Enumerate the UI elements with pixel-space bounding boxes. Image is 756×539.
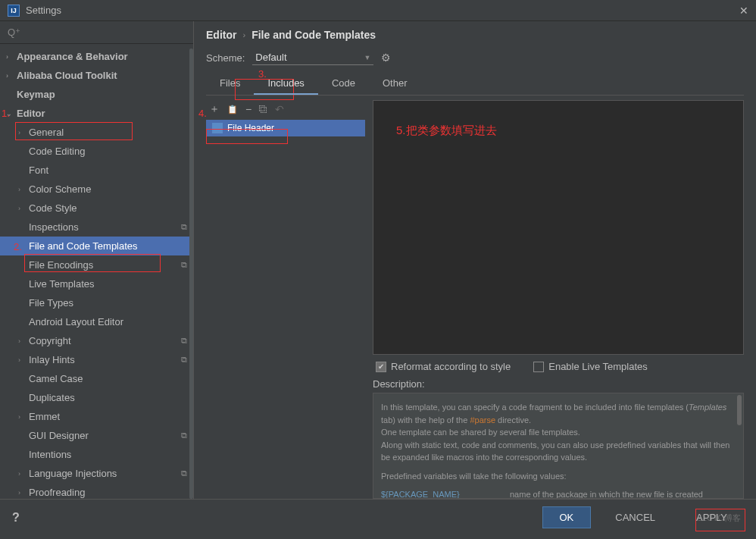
sidebar-item-label: Live Templates <box>29 278 94 290</box>
tree-arrow-icon: › <box>18 186 29 193</box>
remove-icon[interactable]: − <box>245 103 251 115</box>
sidebar-item-live-templates[interactable]: Live Templates <box>0 274 193 293</box>
live-label: Enable Live Templates <box>548 361 648 372</box>
sidebar-item-appearance-behavior[interactable]: ›Appearance & Behavior <box>0 47 193 66</box>
sidebar-item-editor[interactable]: ⌄Editor <box>0 104 193 123</box>
sidebar-item-label: GUI Designer <box>29 430 89 441</box>
sidebar-item-label: Intentions <box>29 449 71 460</box>
sidebar-item-copyright[interactable]: ›Copyright⧉ <box>0 331 193 350</box>
sidebar-item-proofreading[interactable]: ›Proofreading <box>0 483 193 499</box>
template-list[interactable]: File Header <box>206 120 365 499</box>
sidebar-item-camel-case[interactable]: Camel Case <box>0 369 193 388</box>
search-row: Q⁺ <box>0 21 193 44</box>
sidebar: Q⁺ ›Appearance & Behavior›Alibaba Cloud … <box>0 21 194 499</box>
sidebar-item-label: Alibaba Cloud Toolkit <box>17 70 117 81</box>
tree-arrow-icon: › <box>6 72 17 80</box>
sidebar-item-language-injections[interactable]: ›Language Injections⧉ <box>0 464 193 483</box>
template-editor[interactable]: 5.把类参数填写进去 <box>373 100 744 355</box>
scheme-select[interactable]: Default ▼ <box>252 50 373 65</box>
tree-arrow-icon: › <box>18 356 29 364</box>
sidebar-item-label: General <box>29 127 64 138</box>
desc-scrollbar[interactable] <box>737 395 742 497</box>
tab-includes[interactable]: Includes <box>254 73 317 95</box>
sidebar-item-label: Code Editing <box>29 146 85 157</box>
project-scope-icon: ⧉ <box>181 336 187 346</box>
ok-button[interactable]: OK <box>542 506 592 528</box>
sidebar-item-alibaba-cloud-toolkit[interactable]: ›Alibaba Cloud Toolkit <box>0 66 193 85</box>
checkbox-checked-icon <box>376 362 386 372</box>
undo-icon[interactable]: ↶ <box>275 103 284 115</box>
sidebar-item-file-encodings[interactable]: File Encodings⧉ <box>0 255 193 274</box>
sidebar-item-label: Inlay Hints <box>29 354 75 365</box>
sidebar-item-file-and-code-templates[interactable]: File and Code Templates <box>0 237 193 255</box>
sidebar-item-code-editing[interactable]: Code Editing <box>0 142 193 161</box>
editor-panel: 5.把类参数填写进去 Reformat according to style E… <box>373 100 744 499</box>
description-box: In this template, you can specify a code… <box>373 393 744 499</box>
sidebar-item-label: Keymap <box>17 89 55 100</box>
titlebar: IJ Settings ✕ <box>0 0 756 21</box>
reformat-check[interactable]: Reformat according to style <box>376 361 511 372</box>
close-icon[interactable]: ✕ <box>739 5 748 17</box>
breadcrumb-root[interactable]: Editor <box>206 29 236 41</box>
copy-icon[interactable]: ⿻ <box>259 105 267 114</box>
help-icon[interactable]: ? <box>12 511 20 525</box>
sidebar-item-inlay-hints[interactable]: ›Inlay Hints⧉ <box>0 350 193 369</box>
sidebar-item-label: File Types <box>29 297 73 309</box>
cancel-button[interactable]: CANCEL <box>598 507 672 528</box>
sidebar-item-code-style[interactable]: ›Code Style <box>0 199 193 218</box>
sidebar-item-label: File Encodings <box>29 259 93 271</box>
add-copy-icon[interactable]: 📋 <box>227 105 238 114</box>
sidebar-item-inspections[interactable]: Inspections⧉ <box>0 218 193 237</box>
scheme-row: Scheme: Default ▼ ⚙ <box>206 50 744 65</box>
reformat-label: Reformat according to style <box>391 361 511 372</box>
search-icon[interactable]: Q⁺ <box>8 27 20 38</box>
sidebar-item-gui-designer[interactable]: GUI Designer⧉ <box>0 426 193 445</box>
sidebar-item-file-types[interactable]: File Types <box>0 293 193 312</box>
sidebar-item-label: Android Layout Editor <box>29 316 123 327</box>
settings-tree[interactable]: ›Appearance & Behavior›Alibaba Cloud Too… <box>0 44 193 499</box>
sidebar-item-keymap[interactable]: Keymap <box>0 85 193 104</box>
sidebar-item-label: Emmet <box>29 411 60 422</box>
chevron-down-icon: ▼ <box>364 54 370 61</box>
tree-arrow-icon: ⌄ <box>6 110 17 118</box>
watermark: 51CTO博客 <box>698 512 741 524</box>
annotation-5: 5.把类参数填写进去 <box>396 124 497 138</box>
tree-arrow-icon: › <box>6 53 17 61</box>
sidebar-item-label: Duplicates <box>29 392 75 403</box>
tab-files[interactable]: Files <box>206 73 254 95</box>
sidebar-item-emmet[interactable]: ›Emmet <box>0 407 193 426</box>
sidebar-item-color-scheme[interactable]: ›Color Scheme <box>0 180 193 199</box>
sidebar-item-label: Code Style <box>29 202 77 214</box>
sidebar-item-label: Editor <box>17 108 45 119</box>
tab-code[interactable]: Code <box>318 73 369 95</box>
sidebar-item-font[interactable]: Font <box>0 161 193 180</box>
sidebar-item-label: Appearance & Behavior <box>17 51 128 62</box>
add-icon[interactable]: ＋ <box>209 102 220 116</box>
checkbox-icon <box>533 362 544 372</box>
project-scope-icon: ⧉ <box>181 468 187 478</box>
template-item-label: File Header <box>227 123 274 133</box>
scheme-label: Scheme: <box>206 52 245 64</box>
gear-icon[interactable]: ⚙ <box>381 52 391 64</box>
sidebar-item-general[interactable]: ›General <box>0 123 193 142</box>
tree-arrow-icon: › <box>18 129 29 136</box>
sidebar-item-duplicates[interactable]: Duplicates <box>0 388 193 407</box>
sidebar-item-label: Font <box>29 165 48 176</box>
sidebar-item-android-layout-editor[interactable]: Android Layout Editor <box>0 312 193 331</box>
live-templates-check[interactable]: Enable Live Templates <box>533 361 648 372</box>
template-item-file-header[interactable]: File Header <box>206 120 365 136</box>
tabs: FilesIncludesCodeOther <box>206 73 744 96</box>
tree-arrow-icon: › <box>18 205 29 212</box>
breadcrumb: Editor › File and Code Templates <box>206 29 744 41</box>
project-scope-icon: ⧉ <box>181 260 187 270</box>
breadcrumb-leaf: File and Code Templates <box>251 29 376 41</box>
sidebar-item-label: Proofreading <box>29 487 85 498</box>
options-row: Reformat according to style Enable Live … <box>373 355 744 378</box>
tab-other[interactable]: Other <box>369 73 421 95</box>
tree-arrow-icon: › <box>18 470 29 478</box>
sidebar-item-intentions[interactable]: Intentions <box>0 445 193 464</box>
scrollbar[interactable] <box>189 49 193 499</box>
template-panel: ＋ 📋 − ⿻ ↶ 4. File Header <box>206 100 365 499</box>
tree-arrow-icon: › <box>18 337 29 345</box>
app-icon: IJ <box>8 5 20 17</box>
